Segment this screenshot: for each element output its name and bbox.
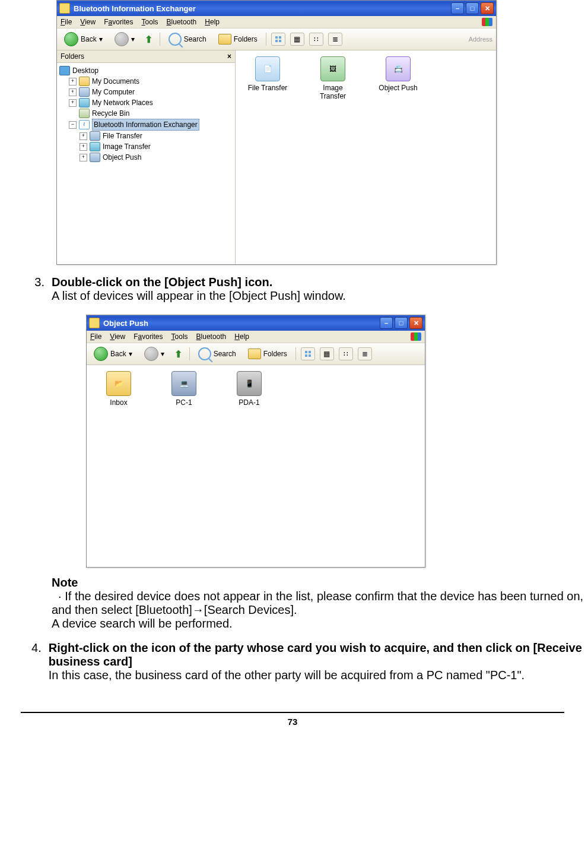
view-thumbnails-button[interactable] bbox=[271, 33, 285, 46]
object-push-icon bbox=[90, 153, 100, 162]
menu-tools[interactable]: Tools bbox=[142, 18, 158, 26]
tree-recycle[interactable]: Recycle Bin bbox=[92, 108, 129, 119]
menu-bluetooth[interactable]: Bluetooth bbox=[196, 332, 227, 341]
toolbar: Back ▾ ▾ ⬆ Search Folders ▦ ∷ ≣ bbox=[87, 343, 425, 365]
explorer-window-2: Object Push – □ ✕ File View Favorites To… bbox=[86, 315, 425, 568]
step-number: 3. bbox=[21, 275, 52, 303]
explorer-window-1: Bluetooth Information Exchanger – □ ✕ Fi… bbox=[56, 0, 497, 265]
content-pane: 📂Inbox 💻PC-1 📱PDA-1 bbox=[87, 365, 425, 567]
folder-icon bbox=[59, 3, 70, 14]
file-transfer-icon bbox=[90, 131, 100, 141]
search-button[interactable]: Search bbox=[195, 346, 240, 362]
close-pane-button[interactable]: × bbox=[227, 52, 231, 61]
computer-icon bbox=[79, 87, 90, 97]
file-transfer-icon: 📄 bbox=[255, 56, 280, 81]
menu-view[interactable]: View bbox=[110, 332, 125, 341]
step-body: A list of devices will appear in the [Ob… bbox=[52, 289, 346, 303]
search-icon bbox=[169, 33, 182, 46]
folder-tree: Desktop +My Documents +My Computer +My N… bbox=[57, 63, 235, 165]
menu-help[interactable]: Help bbox=[234, 332, 249, 341]
view-icons-button[interactable]: ∷ bbox=[339, 347, 353, 360]
close-button[interactable]: ✕ bbox=[409, 317, 422, 329]
window-title: Object Push bbox=[103, 319, 148, 328]
collapse-button[interactable]: − bbox=[69, 121, 77, 129]
expand-button[interactable]: + bbox=[80, 154, 87, 161]
expand-button[interactable]: + bbox=[80, 143, 87, 151]
folders-header: Folders bbox=[61, 52, 84, 61]
view-list-button[interactable]: ≣ bbox=[328, 33, 342, 46]
image-transfer-item[interactable]: 🖼Image Transfer bbox=[309, 56, 357, 100]
pc1-item[interactable]: 💻PC-1 bbox=[160, 371, 208, 407]
view-icons-button[interactable]: ∷ bbox=[309, 33, 323, 46]
search-button[interactable]: Search bbox=[165, 31, 210, 47]
back-button[interactable]: Back ▾ bbox=[90, 346, 136, 362]
maximize-button[interactable]: □ bbox=[466, 2, 479, 14]
tree-desktop[interactable]: Desktop bbox=[72, 65, 98, 76]
tree-bt-selected[interactable]: Bluetooth Information Exchanger bbox=[92, 119, 199, 131]
object-push-item[interactable]: 📇Object Push bbox=[374, 56, 422, 100]
tree-ft[interactable]: File Transfer bbox=[103, 131, 142, 141]
desktop-icon bbox=[59, 66, 70, 75]
page-number: 73 bbox=[288, 717, 298, 727]
recycle-icon bbox=[79, 109, 90, 118]
tree-mydocs[interactable]: My Documents bbox=[92, 76, 139, 87]
note-block: Note · If the desired device does not ap… bbox=[52, 576, 588, 631]
step-number: 4. bbox=[21, 641, 49, 682]
view-tiles-button[interactable]: ▦ bbox=[320, 347, 334, 360]
windows-flag-icon bbox=[482, 18, 492, 26]
inbox-icon: 📂 bbox=[106, 371, 131, 396]
maximize-button[interactable]: □ bbox=[395, 317, 408, 329]
view-thumbnails-button[interactable] bbox=[301, 347, 315, 360]
tree-mycomp[interactable]: My Computer bbox=[92, 87, 135, 97]
expand-button[interactable]: + bbox=[69, 99, 77, 107]
menubar: File View Favorites Tools Bluetooth Help bbox=[57, 16, 496, 28]
pda-icon: 📱 bbox=[237, 371, 262, 396]
pda1-item[interactable]: 📱PDA-1 bbox=[225, 371, 273, 407]
view-list-button[interactable]: ≣ bbox=[358, 347, 372, 360]
step-title: Right-click on the icon of the party who… bbox=[49, 641, 588, 669]
expand-button[interactable]: + bbox=[69, 78, 77, 85]
menubar: File View Favorites Tools Bluetooth Help bbox=[87, 331, 425, 343]
folder-icon bbox=[248, 349, 261, 359]
menu-help[interactable]: Help bbox=[205, 18, 220, 26]
step-title: Double-click on the [Object Push] icon. bbox=[52, 275, 346, 289]
menu-file[interactable]: File bbox=[90, 332, 101, 341]
menu-tools[interactable]: Tools bbox=[171, 332, 188, 341]
address-label: Address bbox=[469, 36, 492, 43]
tree-op[interactable]: Object Push bbox=[103, 152, 141, 163]
view-tiles-button[interactable]: ▦ bbox=[290, 33, 304, 46]
menu-favorites[interactable]: Favorites bbox=[104, 18, 133, 26]
menu-file[interactable]: File bbox=[61, 18, 72, 26]
back-button[interactable]: Back ▾ bbox=[61, 31, 106, 47]
network-icon bbox=[79, 98, 90, 107]
close-button[interactable]: ✕ bbox=[481, 2, 494, 14]
titlebar: Object Push – □ ✕ bbox=[87, 315, 425, 331]
menu-bluetooth[interactable]: Bluetooth bbox=[167, 18, 197, 26]
minimize-button[interactable]: – bbox=[380, 317, 393, 329]
tree-mynet[interactable]: My Network Places bbox=[92, 97, 153, 108]
up-button[interactable]: ⬆ bbox=[173, 348, 185, 360]
inbox-item[interactable]: 📂Inbox bbox=[95, 371, 142, 407]
menu-view[interactable]: View bbox=[80, 18, 96, 26]
forward-button[interactable]: ▾ bbox=[111, 31, 138, 47]
forward-button[interactable]: ▾ bbox=[141, 346, 168, 362]
page-footer: 73 bbox=[21, 712, 564, 727]
expand-button[interactable]: + bbox=[80, 132, 87, 140]
file-transfer-item[interactable]: 📄File Transfer bbox=[244, 56, 291, 100]
expand-button[interactable]: + bbox=[69, 88, 77, 96]
step-body: In this case, the business card of the o… bbox=[49, 669, 588, 682]
folders-pane: Folders× Desktop +My Documents +My Compu… bbox=[57, 50, 236, 264]
up-button[interactable]: ⬆ bbox=[143, 33, 155, 45]
step-3: 3. Double-click on the [Object Push] ico… bbox=[21, 275, 588, 303]
menu-favorites[interactable]: Favorites bbox=[134, 332, 163, 341]
image-transfer-icon bbox=[90, 142, 100, 151]
folder-icon bbox=[79, 77, 90, 86]
tree-it[interactable]: Image Transfer bbox=[103, 141, 151, 152]
folders-button[interactable]: Folders bbox=[244, 347, 291, 360]
pc-icon: 💻 bbox=[171, 371, 196, 396]
minimize-button[interactable]: – bbox=[451, 2, 464, 14]
folders-button[interactable]: Folders bbox=[215, 33, 261, 46]
window-title: Bluetooth Information Exchanger bbox=[74, 4, 196, 13]
windows-flag-icon bbox=[411, 332, 421, 341]
note-body-2: A device search will be performed. bbox=[52, 617, 588, 631]
